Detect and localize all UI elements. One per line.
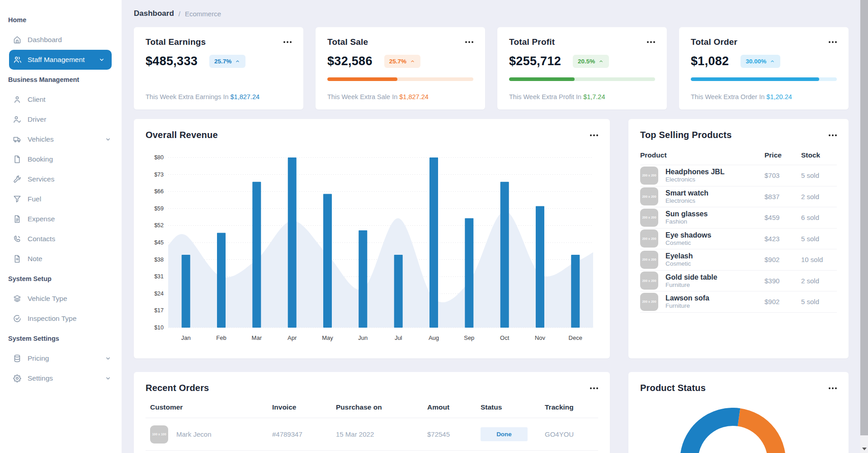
product-row-smart-watch[interactable]: 200 x 200Smart watchElectronics$8372 sol… bbox=[640, 186, 837, 208]
total-earnings-card: Total Earnings$485,33325.7%This Week Ext… bbox=[134, 27, 303, 110]
sidebar-item-fuel[interactable]: Fuel bbox=[0, 189, 122, 209]
revenue-area-series bbox=[168, 211, 593, 328]
product-stock: 5 sold bbox=[801, 298, 837, 305]
more-options-button[interactable] bbox=[829, 133, 837, 138]
svg-text:May: May bbox=[322, 334, 333, 341]
sidebar-item-client[interactable]: Client bbox=[0, 90, 122, 110]
chevron-up-icon bbox=[410, 58, 415, 64]
product-thumbnail: 200 x 200 bbox=[640, 167, 658, 185]
sidebar-item-booking[interactable]: Booking bbox=[0, 149, 122, 169]
sidebar-item-services[interactable]: Services bbox=[0, 169, 122, 189]
scrollbar-thumb[interactable] bbox=[860, 0, 868, 435]
main-content: Dashboard / Ecommerce Total Earnings$485… bbox=[122, 0, 860, 453]
sidebar-item-settings[interactable]: Settings bbox=[0, 368, 122, 388]
users-icon bbox=[13, 55, 22, 64]
orders-col-customer: Customer bbox=[150, 403, 272, 411]
sidebar-item-staff-management[interactable]: Staff Management bbox=[0, 50, 122, 70]
stat-note: This Week Extra Sale In $1,827.24 bbox=[327, 93, 473, 100]
product-row-lawson-sofa[interactable]: 200 x 200Lawson sofaFurniture$9025 sold bbox=[640, 291, 837, 313]
product-row-eye-shadows[interactable]: 200 x 200Eye shadowsCosmetic$4235 sold bbox=[640, 229, 837, 250]
sidebar-item-label: Pricing bbox=[28, 354, 49, 362]
sidebar-item-contacts[interactable]: Contacts bbox=[0, 229, 122, 249]
trend-badge: 30.00% bbox=[741, 55, 780, 68]
svg-text:Jul: Jul bbox=[395, 334, 402, 341]
product-stock: 5 sold bbox=[801, 172, 837, 179]
sidebar-item-vehicle-type[interactable]: Vehicle Type bbox=[0, 289, 122, 309]
product-row-gold-side-table[interactable]: 200 x 200Gold side tableFurniture$3902 s… bbox=[640, 271, 837, 292]
page-scrollbar[interactable] bbox=[860, 0, 868, 453]
stat-note: This Week Extra Order In $1,20.24 bbox=[691, 93, 837, 100]
sidebar-item-label: Expense bbox=[28, 215, 55, 223]
sidebar-item-dashboard[interactable]: Dashboard bbox=[0, 30, 122, 50]
svg-text:$17: $17 bbox=[154, 307, 164, 314]
order-row-mark-jecon[interactable]: 100 x 100Mark Jecon#478934715 Mar 2022$7… bbox=[146, 418, 598, 451]
database-icon bbox=[13, 354, 22, 363]
revenue-bar-jun bbox=[359, 230, 367, 328]
revenue-bar-dece bbox=[571, 255, 580, 328]
product-price: $390 bbox=[764, 277, 801, 285]
stat-value: $485,333 bbox=[146, 54, 198, 68]
product-name: Sun glasses bbox=[665, 210, 708, 218]
sidebar-item-note[interactable]: Note bbox=[0, 249, 122, 269]
sidebar-item-label: Inspection Type bbox=[28, 315, 76, 323]
svg-text:$66: $66 bbox=[154, 188, 164, 195]
more-options-icon bbox=[283, 41, 285, 43]
product-thumbnail: 200 x 200 bbox=[640, 272, 658, 290]
product-price: $902 bbox=[764, 256, 801, 263]
more-options-button[interactable] bbox=[283, 39, 292, 45]
more-options-button[interactable] bbox=[590, 133, 598, 138]
total-sale-card: Total Sale$32,58625.7%This Week Extra Sa… bbox=[316, 27, 485, 110]
product-name: Smart watch bbox=[665, 189, 708, 197]
product-name: Eye shadows bbox=[665, 231, 711, 239]
product-thumbnail: 200 x 200 bbox=[640, 251, 658, 269]
funnel-icon bbox=[13, 195, 22, 204]
product-row-sun-glasses[interactable]: 200 x 200Sun glassesFashion$4596 sold bbox=[640, 207, 837, 229]
svg-text:$73: $73 bbox=[154, 172, 164, 178]
chevron-up-icon bbox=[769, 58, 775, 64]
file-text-icon bbox=[13, 215, 22, 224]
more-options-button[interactable] bbox=[465, 39, 473, 45]
order-amount: $72545 bbox=[427, 430, 481, 438]
more-options-icon bbox=[829, 41, 830, 43]
svg-text:$80: $80 bbox=[154, 154, 164, 161]
sidebar-item-label: Services bbox=[28, 175, 54, 183]
product-category: Electronics bbox=[665, 197, 708, 204]
breadcrumb-dashboard[interactable]: Dashboard bbox=[134, 9, 174, 18]
breadcrumb-ecommerce: Ecommerce bbox=[185, 10, 221, 18]
layers-icon bbox=[13, 294, 22, 303]
order-customer: Mark Jecon bbox=[176, 430, 212, 438]
product-row-eyelash[interactable]: 200 x 200EyelashCosmetic$90210 sold bbox=[640, 249, 837, 271]
svg-text:$38: $38 bbox=[154, 257, 164, 263]
more-options-button[interactable] bbox=[590, 386, 598, 391]
more-options-button[interactable] bbox=[829, 386, 837, 391]
revenue-bar-nov bbox=[536, 206, 544, 328]
sidebar-item-vehicles[interactable]: Vehicles bbox=[0, 129, 122, 149]
sidebar-item-expense[interactable]: Expense bbox=[0, 209, 122, 229]
sidebar-item-pricing[interactable]: Pricing bbox=[0, 348, 122, 368]
stat-note-amount: $1,827.24 bbox=[231, 93, 260, 100]
product-thumbnail: 200 x 200 bbox=[640, 209, 658, 227]
product-category: Furniture bbox=[665, 281, 717, 288]
stat-note-amount: $1,7.24 bbox=[583, 93, 605, 100]
product-name: Headphones JBL bbox=[665, 168, 725, 176]
revenue-bar-feb bbox=[217, 233, 226, 328]
product-row-headphones-jbl[interactable]: 200 x 200Headphones JBLElectronics$7035 … bbox=[640, 165, 837, 186]
svg-text:Sep: Sep bbox=[464, 334, 474, 341]
product-thumbnail: 200 x 200 bbox=[640, 187, 658, 205]
sidebar-item-driver[interactable]: Driver bbox=[0, 110, 122, 129]
more-options-button[interactable] bbox=[647, 39, 655, 45]
product-stock: 2 sold bbox=[801, 193, 837, 200]
more-options-button[interactable] bbox=[829, 39, 837, 45]
trend-badge: 25.7% bbox=[384, 55, 420, 68]
product-category: Cosmetic bbox=[665, 260, 693, 267]
phone-icon bbox=[13, 234, 22, 243]
sidebar-item-inspection-type[interactable]: Inspection Type bbox=[0, 309, 122, 329]
svg-text:Jun: Jun bbox=[358, 334, 368, 341]
col-product: Product bbox=[640, 151, 764, 159]
file-icon bbox=[13, 155, 22, 164]
scroll-down-arrow-icon[interactable] bbox=[862, 448, 867, 450]
svg-text:Apr: Apr bbox=[288, 334, 297, 341]
sidebar-section-system-setup: System Setup bbox=[0, 269, 122, 289]
product-name: Eyelash bbox=[665, 252, 693, 260]
product-stock: 5 sold bbox=[801, 235, 837, 243]
